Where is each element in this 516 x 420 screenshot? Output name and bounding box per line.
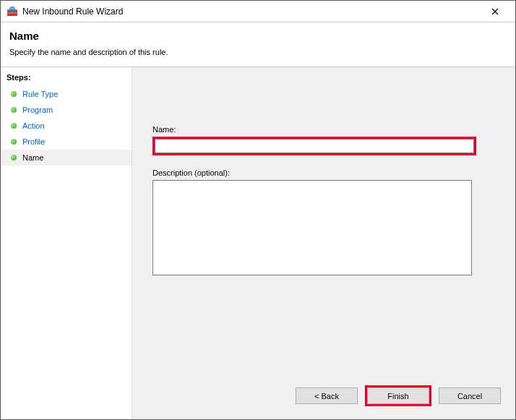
step-label: Name (22, 153, 43, 162)
page-subtitle: Specify the name and description of this… (9, 48, 507, 56)
step-profile[interactable]: Profile (1, 134, 132, 150)
step-label: Program (22, 106, 53, 114)
titlebar: New Inbound Rule Wizard (1, 1, 515, 22)
step-action[interactable]: Action (1, 118, 132, 134)
step-program[interactable]: Program (1, 102, 132, 118)
finish-label: Finish (387, 392, 408, 400)
wizard-header: Name Specify the name and description of… (1, 22, 515, 67)
description-input[interactable] (152, 180, 472, 275)
step-rule-type[interactable]: Rule Type (1, 86, 132, 102)
back-button[interactable]: < Back (296, 387, 358, 404)
name-highlight (152, 137, 476, 155)
firewall-icon (7, 6, 18, 17)
close-button[interactable] (481, 1, 509, 22)
name-input[interactable] (155, 139, 474, 153)
finish-button[interactable]: Finish (367, 387, 429, 404)
step-label: Profile (22, 137, 45, 146)
name-label: Name: (152, 125, 495, 134)
step-name[interactable]: Name (1, 150, 132, 166)
cancel-label: Cancel (457, 392, 482, 400)
bullet-icon (11, 139, 17, 145)
page-title: Name (9, 30, 507, 42)
wizard-main: Name: Description (optional): < Back Fin… (132, 67, 515, 419)
steps-sidebar: Steps: Rule Type Program Action Profile … (1, 67, 132, 419)
bullet-icon (11, 123, 17, 129)
step-label: Rule Type (22, 90, 58, 98)
bullet-icon (11, 107, 17, 113)
window-title: New Inbound Rule Wizard (22, 7, 481, 17)
step-label: Action (22, 121, 45, 130)
description-label: Description (optional): (152, 168, 495, 177)
button-row: < Back Finish Cancel (296, 385, 501, 406)
cancel-button[interactable]: Cancel (439, 387, 501, 404)
wizard-window: New Inbound Rule Wizard Name Specify the… (0, 0, 516, 420)
bullet-icon (11, 91, 17, 97)
back-label: < Back (314, 392, 339, 400)
finish-highlight: Finish (365, 385, 431, 406)
wizard-body: Steps: Rule Type Program Action Profile … (1, 67, 515, 419)
svg-rect-2 (7, 12, 17, 14)
bullet-icon (11, 155, 17, 160)
steps-heading: Steps: (1, 70, 132, 86)
